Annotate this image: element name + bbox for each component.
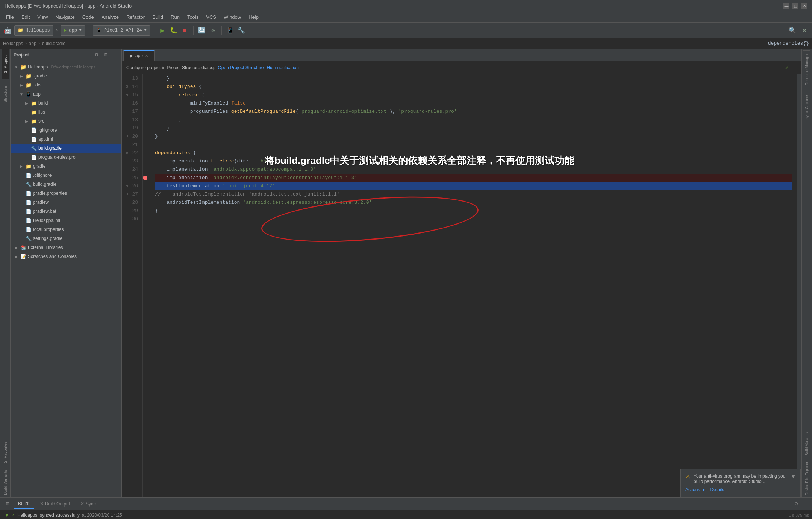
helloapps-arrow: ▼: [14, 64, 19, 70]
debug-button[interactable]: 🐛: [169, 26, 178, 35]
menu-build[interactable]: Build: [149, 14, 166, 21]
bottom-minimize-icon[interactable]: —: [801, 500, 809, 508]
menu-vcs[interactable]: VCS: [203, 14, 219, 21]
fold-26[interactable]: ⊟: [124, 184, 129, 189]
helloapps-icon: 📁: [20, 64, 26, 70]
tree-item-app[interactable]: ▼ 📱 app: [11, 90, 121, 99]
gradle-button[interactable]: ⚙: [209, 26, 218, 35]
menu-navigate[interactable]: Navigate: [52, 14, 77, 21]
avd-button[interactable]: 📱: [226, 26, 235, 35]
tree-item-gradlew-bat[interactable]: ▶ 📄 gradlew.bat: [11, 207, 121, 216]
tree-item-libs[interactable]: ▶ 📁 libs: [11, 108, 121, 117]
sidebar-settings-icon[interactable]: ⚙: [93, 51, 100, 59]
sync-button[interactable]: 🔄: [197, 26, 206, 35]
project-dropdown[interactable]: 📁 Helloapps: [14, 25, 53, 36]
tree-item-proguard[interactable]: ▶ 📄 proguard-rules.pro: [11, 153, 121, 162]
close-button[interactable]: ✕: [801, 3, 807, 9]
code-line-17: proguardFiles getDefaultProguardFile('pr…: [155, 108, 792, 116]
tree-item-helloapps-iml[interactable]: ▶ 📄 Helloapps.iml: [11, 216, 121, 225]
breadcrumb-helloapps[interactable]: Helloapps: [3, 41, 23, 46]
vtab-resource-manager[interactable]: Resource Manager: [803, 50, 810, 88]
vtab-favorites[interactable]: 2: Favorites: [2, 437, 9, 467]
tab-app[interactable]: ▶ app ✕: [123, 50, 155, 61]
bottom-tab-build[interactable]: Build:: [14, 499, 34, 509]
breadcrumb-build-gradle[interactable]: build.gradle: [42, 41, 65, 46]
bottom-settings-icon[interactable]: ⚙: [792, 500, 800, 508]
left-vertical-tabs: 1: Project Structure 2: Favorites Build …: [0, 49, 11, 497]
fold-27[interactable]: ⊟: [124, 192, 129, 197]
vtab-structure[interactable]: Structure: [2, 79, 9, 109]
maximize-button[interactable]: □: [792, 3, 798, 9]
tree-item-build-gradle-root[interactable]: ▶ 🔧 build.gradle: [11, 180, 121, 189]
menu-run[interactable]: Run: [168, 14, 183, 21]
menu-file[interactable]: File: [3, 14, 17, 21]
device-dropdown[interactable]: 📱 Pixel 2 API 24 ▼: [93, 25, 150, 36]
app-dropdown[interactable]: ▶ app ▼: [61, 25, 85, 36]
minimize-button[interactable]: —: [783, 3, 789, 9]
tree-item-src[interactable]: ▶ 📁 src: [11, 117, 121, 126]
bottom-tab-build-output[interactable]: ✕ Build Output: [35, 499, 74, 509]
breadcrumb-app[interactable]: app: [29, 41, 36, 46]
antivirus-close-button[interactable]: ▼: [791, 473, 796, 480]
menu-code[interactable]: Code: [79, 14, 97, 21]
menu-edit[interactable]: Edit: [18, 14, 33, 21]
fold-22[interactable]: ⊟: [124, 150, 129, 156]
vtab-build-variants[interactable]: Build Variants: [2, 467, 9, 497]
toolbar-sep3: [193, 26, 194, 35]
sidebar-expand-icon[interactable]: ⊞: [102, 51, 109, 59]
bottom-content: ▼ ✓ Helloapps: synced successfully at 20…: [0, 510, 812, 519]
tree-item-app-iml[interactable]: ▶ 📄 app.iml: [11, 135, 121, 144]
tree-item-gradle-properties[interactable]: ▶ 📄 gradle.properties: [11, 189, 121, 198]
menu-tools[interactable]: Tools: [184, 14, 201, 21]
menu-window[interactable]: Window: [221, 14, 244, 21]
menu-view[interactable]: View: [34, 14, 51, 21]
tree-item-external-libs[interactable]: ▶ 📚 External Libraries: [11, 243, 121, 252]
sdk-button[interactable]: 🔧: [237, 26, 246, 35]
line-15: ⊟ 15: [123, 91, 141, 99]
code-line-28: androidTestImplementation 'androidx.test…: [155, 199, 792, 207]
tree-item-build-gradle[interactable]: ▶ 🔧 build.gradle: [11, 144, 121, 153]
code-line-24: implementation 'androidx.appcompat:appco…: [155, 165, 792, 174]
app-icon: 🤖: [3, 26, 12, 35]
run-button[interactable]: ▶: [158, 26, 167, 35]
tree-item-local-properties[interactable]: ▶ 📄 local.properties: [11, 225, 121, 234]
menu-help[interactable]: Help: [245, 14, 262, 21]
stop-button[interactable]: ■: [180, 26, 189, 35]
tree-item-gradlew[interactable]: ▶ 📄 gradlew: [11, 198, 121, 207]
fold-14[interactable]: ⊟: [124, 84, 129, 90]
window-controls: — □ ✕: [783, 3, 807, 9]
vtab-layout-captures[interactable]: Layout Captures: [803, 89, 810, 126]
sidebar-minimize-icon[interactable]: —: [111, 51, 118, 59]
tree-item-gradle-root[interactable]: ▶ 📁 gradle: [11, 162, 121, 171]
notification-text: Configure project in Project Structure d…: [126, 65, 215, 70]
search-everywhere-button[interactable]: 🔍: [788, 26, 797, 35]
actions-link[interactable]: Actions ▼: [685, 487, 706, 492]
fold-20[interactable]: ⊟: [124, 134, 129, 139]
bottom-panel-toggle[interactable]: ⊞: [3, 499, 12, 508]
tree-item-idea[interactable]: ▶ 📁 .idea: [11, 80, 121, 90]
line-30: 30: [123, 215, 141, 223]
vtab-project[interactable]: 1: Project: [2, 49, 9, 79]
code-line-25: implementation 'androidx.constraintlayou…: [155, 174, 792, 182]
settings-button[interactable]: ⚙: [800, 26, 809, 35]
notification-bar: Configure project in Project Structure d…: [122, 61, 801, 74]
open-project-structure-link[interactable]: Open Project Structure: [218, 65, 264, 70]
vtab-device-file[interactable]: Device File Explorer: [803, 460, 810, 497]
tree-item-helloapps[interactable]: ▼ 📁 Helloapps D:\workspace\Helloapps: [11, 62, 121, 71]
bottom-tab-sync[interactable]: ✕ Sync: [76, 499, 100, 509]
fold-15[interactable]: ⊟: [124, 93, 129, 98]
tree-item-gitignore-app[interactable]: ▶ 📄 .gitignore: [11, 126, 121, 135]
hide-notification-link[interactable]: Hide notification: [267, 65, 299, 70]
tree-item-scratches[interactable]: ▶ 📝 Scratches and Consoles: [11, 252, 121, 261]
editor-scrollbar[interactable]: [797, 74, 801, 497]
menu-refactor[interactable]: Refactor: [123, 14, 148, 21]
tree-item-gradle[interactable]: ▶ 📁 .gradle: [11, 71, 121, 80]
code-content[interactable]: } buildTypes { release { minifyEnabled f…: [150, 74, 797, 497]
code-line-23: implementation fileTree(dir: 'libs', inc…: [155, 157, 792, 165]
tree-item-build[interactable]: ▶ 📁 build: [11, 99, 121, 108]
details-link[interactable]: Details: [710, 487, 724, 492]
tree-item-settings-gradle[interactable]: ▶ 🔧 settings.gradle: [11, 234, 121, 243]
tree-item-gitignore-root[interactable]: ▶ 📄 .gitignore: [11, 171, 121, 180]
vtab-build-variants2[interactable]: Build Variants: [803, 429, 810, 459]
menu-analyze[interactable]: Analyze: [98, 14, 122, 21]
